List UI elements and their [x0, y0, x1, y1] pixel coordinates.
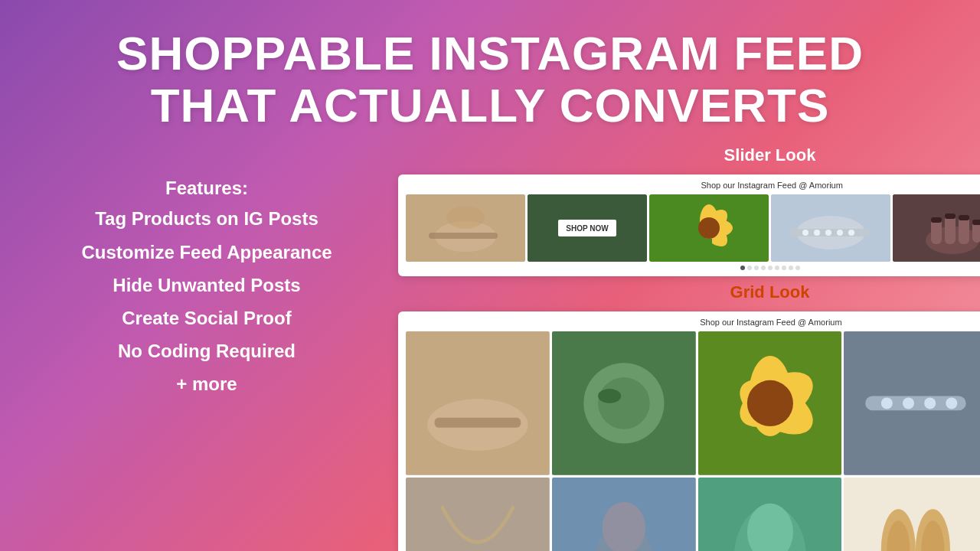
dot-5: [768, 266, 773, 270]
headline-section: SHOPPABLE INSTAGRAM FEED THAT ACTUALLY C…: [116, 28, 864, 132]
slider-images-row: SHOP NOW: [406, 194, 980, 262]
slider-look-label: Slider Look: [398, 145, 980, 165]
dot-2: [747, 266, 752, 270]
svg-point-3: [446, 206, 485, 229]
page-background: SHOPPABLE INSTAGRAM FEED THAT ACTUALLY C…: [0, 0, 980, 551]
features-list: Tag Products on IG Posts Customize Feed …: [81, 202, 332, 400]
svg-point-21: [848, 230, 854, 236]
headline-line1: SHOPPABLE INSTAGRAM FEED: [116, 27, 864, 80]
dot-6: [775, 266, 779, 270]
right-section: Slider Look Shop our Instagram Feed @ Am…: [398, 139, 980, 551]
slider-photo-4: [771, 194, 890, 262]
feature-item-5: No Coding Required: [81, 334, 332, 367]
svg-rect-2: [429, 233, 498, 239]
svg-rect-30: [959, 215, 969, 220]
slider-photo-1: [406, 194, 525, 262]
feature-item-1: Tag Products on IG Posts: [81, 202, 332, 235]
grid-images: DIOR: [406, 331, 980, 551]
feature-item-6: + more: [81, 367, 332, 400]
grid-feed-title: Shop our Instagram Feed @ Amorium: [467, 318, 980, 327]
grid-photo-4: [844, 331, 980, 475]
dot-7: [782, 266, 786, 270]
svg-rect-36: [435, 418, 521, 428]
slider-dots: [406, 266, 980, 270]
grid-look-label: Grid Look: [398, 282, 980, 302]
svg-point-17: [802, 230, 808, 236]
svg-rect-13: [706, 239, 712, 262]
headline-line2: THAT ACTUALLY CONVERTS: [151, 79, 830, 132]
svg-rect-31: [972, 220, 980, 225]
grid-photo-9: [844, 478, 980, 551]
slider-photo-5: [893, 194, 980, 262]
svg-rect-28: [931, 217, 942, 223]
slider-feed-preview: Shop our Instagram Feed @ Amorium @amori…: [398, 174, 980, 276]
grid-feed-preview: Shop our Instagram Feed @ Amorium @ amor…: [398, 311, 980, 551]
slider-feed-title: Shop our Instagram Feed @ Amorium: [467, 181, 980, 190]
grid-photo-1: [406, 331, 550, 475]
svg-text:SHOP NOW: SHOP NOW: [566, 224, 609, 233]
svg-point-20: [837, 230, 843, 236]
svg-point-45: [746, 380, 792, 426]
features-label: Features:: [165, 178, 248, 199]
dot-8: [789, 266, 793, 270]
grid-photo-3: [698, 331, 842, 475]
dot-3: [754, 266, 759, 270]
grid-photo-7: [552, 478, 696, 551]
feature-item-3: Hide Unwanted Posts: [81, 269, 332, 302]
dot-4: [761, 266, 766, 270]
svg-point-39: [598, 377, 650, 429]
grid-title-wrapper: Grid Look: [398, 282, 980, 305]
grid-photo-2: [552, 331, 696, 475]
svg-point-12: [698, 217, 720, 239]
svg-point-49: [903, 398, 914, 409]
svg-rect-29: [945, 214, 956, 219]
feature-item-2: Customize Feed Appearance: [81, 236, 332, 269]
dot-1: [740, 266, 745, 270]
grid-photo-8: [698, 478, 842, 551]
svg-point-40: [598, 389, 621, 403]
svg-point-19: [825, 230, 831, 236]
svg-point-48: [881, 398, 893, 409]
content-area: Features: Tag Products on IG Posts Custo…: [0, 139, 980, 551]
svg-point-50: [925, 398, 936, 409]
slider-feed-header: Shop our Instagram Feed @ Amorium @amori…: [406, 181, 980, 190]
svg-rect-61: [406, 478, 550, 551]
svg-point-18: [814, 230, 820, 236]
dot-9: [795, 266, 800, 270]
feature-item-4: Create Social Proof: [81, 302, 332, 334]
grid-photo-6: [406, 478, 550, 551]
slider-photo-2: SHOP NOW: [528, 194, 647, 262]
svg-point-51: [946, 398, 958, 409]
features-section: Features: Tag Products on IG Posts Custo…: [23, 139, 390, 400]
slider-title: Slider Look: [398, 145, 980, 168]
slider-photo-3: [649, 194, 769, 262]
grid-feed-header: Shop our Instagram Feed @ Amorium @ amor…: [406, 318, 980, 327]
